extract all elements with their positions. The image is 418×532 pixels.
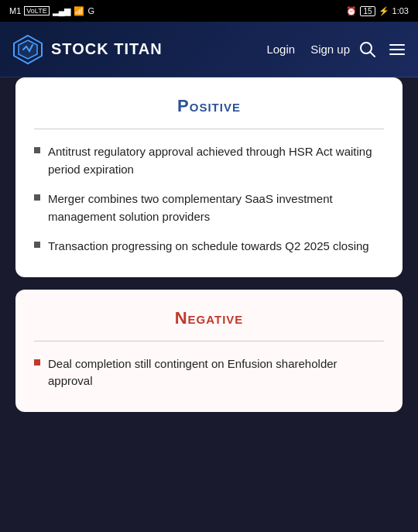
nav-links: Login Sign up [266,43,350,56]
signal-bars: ▂▄▆ [53,6,71,16]
positive-bullet-text-1: Antitrust regulatory approval achieved t… [48,143,384,178]
status-right: ⏰ 15 ⚡ 1:03 [346,6,409,16]
volte-badge: VoLTE [24,6,49,15]
signup-link[interactable]: Sign up [310,43,350,56]
nav-icons [359,41,406,58]
bullet-square-icon [34,147,40,153]
search-icon [359,41,376,58]
menu-button[interactable] [389,41,406,58]
positive-bullet-2: Merger combines two complementary SaaS i… [34,190,384,225]
network-label: G [87,6,94,15]
login-link[interactable]: Login [266,43,295,56]
negative-section: Negative Deal completion still contingen… [15,290,403,412]
positive-bullet-list: Antitrust regulatory approval achieved t… [34,143,384,256]
negative-title: Negative [34,308,384,328]
bullet-square-negative-icon [34,359,40,366]
wifi-icon: 📶 [74,6,84,16]
positive-divider [34,129,384,129]
positive-bullet-3: Transaction progressing on schedule towa… [34,238,384,256]
positive-section: Positive Antitrust regulatory approval a… [15,77,403,277]
carrier-label: M1 [9,6,21,15]
charging-icon: ⚡ [379,6,389,16]
negative-bullet-1: Deal completion still contingent on Enfu… [34,355,384,390]
logo-icon [12,34,43,65]
bullet-square-icon [34,194,40,201]
nav-header: STOCK TITAN Login Sign up [0,22,418,77]
svg-line-3 [370,52,375,57]
positive-bullet-text-3: Transaction progressing on schedule towa… [48,238,369,256]
negative-bullet-list: Deal completion still contingent on Enfu… [34,355,384,390]
positive-title: Positive [34,96,384,116]
status-bar: M1 VoLTE ▂▄▆ 📶 G ⏰ 15 ⚡ 1:03 [0,0,418,22]
logo-container: STOCK TITAN [12,34,257,65]
logo-text: STOCK TITAN [51,40,163,58]
status-left: M1 VoLTE ▂▄▆ 📶 G [9,6,94,16]
battery-icon: 15 [360,6,375,16]
search-button[interactable] [359,41,376,58]
bullet-square-icon [34,242,40,248]
positive-bullet-text-2: Merger combines two complementary SaaS i… [48,190,384,225]
positive-bullet-1: Antitrust regulatory approval achieved t… [34,143,384,178]
hamburger-icon [389,41,406,58]
alarm-icon: ⏰ [346,6,357,16]
time-display: 1:03 [392,6,409,15]
negative-bullet-text-1: Deal completion still contingent on Enfu… [48,355,384,390]
negative-divider [34,341,384,342]
main-content: Positive Antitrust regulatory approval a… [0,77,418,532]
